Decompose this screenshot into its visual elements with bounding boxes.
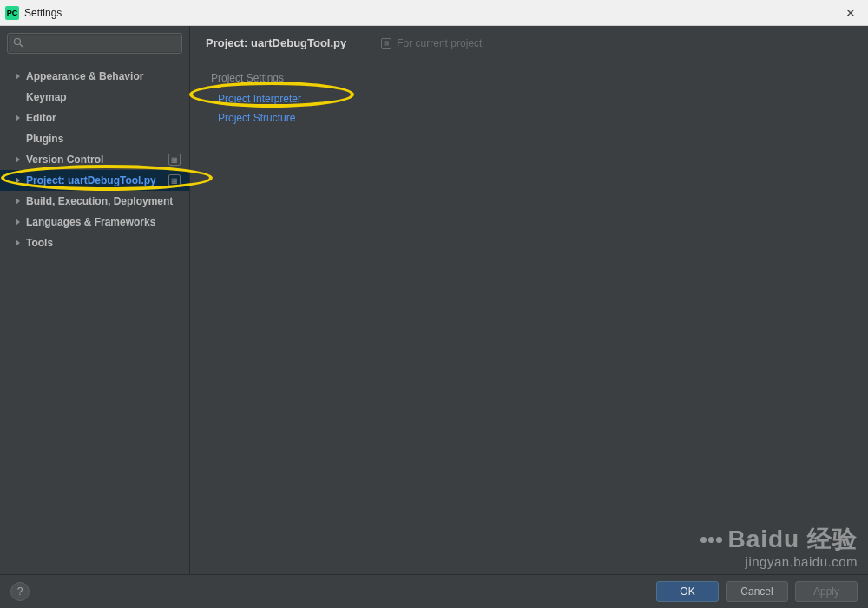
window-title: Settings xyxy=(24,7,62,19)
project-settings-heading: Project Settings xyxy=(211,72,852,84)
chevron-right-icon xyxy=(16,198,20,205)
paw-icon xyxy=(700,537,722,543)
sidebar-item-build-execution-deployment[interactable]: Build, Execution, Deployment xyxy=(0,191,189,212)
svg-point-0 xyxy=(15,38,21,44)
search-icon xyxy=(13,37,23,50)
sidebar-item-plugins[interactable]: Plugins xyxy=(0,128,189,149)
sidebar-item-version-control[interactable]: Version Control ▦ xyxy=(0,149,189,170)
sidebar-item-tools[interactable]: Tools xyxy=(0,232,189,253)
sidebar-item-label: Project: uartDebugTool.py xyxy=(26,174,165,186)
link-project-structure[interactable]: Project Structure xyxy=(218,112,852,124)
sidebar-item-label: Version Control xyxy=(26,154,165,166)
watermark-line1: Baidu 经验 xyxy=(727,523,858,556)
sidebar-item-editor[interactable]: Editor xyxy=(0,108,189,128)
watermark-line2: jingyan.baidu.com xyxy=(700,554,858,569)
sidebar-item-project[interactable]: Project: uartDebugTool.py ▦ xyxy=(0,170,189,191)
chevron-right-icon xyxy=(16,177,20,184)
sidebar-item-label: Keymap xyxy=(26,91,181,103)
svg-line-1 xyxy=(20,44,23,47)
sidebar-item-label: Editor xyxy=(26,112,181,124)
window-titlebar: PC Settings ✕ xyxy=(0,0,868,26)
project-badge-icon: ▦ xyxy=(168,154,181,166)
watermark: Baidu 经验 jingyan.baidu.com xyxy=(700,523,858,569)
ok-button[interactable]: OK xyxy=(656,581,719,602)
sidebar-item-languages-frameworks[interactable]: Languages & Frameworks xyxy=(0,212,189,232)
dialog-footer: ? OK Cancel Apply xyxy=(0,574,868,608)
link-project-interpreter[interactable]: Project Interpreter xyxy=(218,93,852,105)
detail-title: Project: uartDebugTool.py xyxy=(206,36,346,49)
settings-body: Appearance & Behavior Keymap Editor Plug… xyxy=(0,26,868,574)
settings-detail-pane: Project: uartDebugTool.py ▦ For current … xyxy=(190,26,868,574)
settings-tree: Appearance & Behavior Keymap Editor Plug… xyxy=(0,61,189,258)
detail-scope-note: ▦ For current project xyxy=(381,37,482,49)
detail-scope-text: For current project xyxy=(397,37,482,49)
settings-sidebar: Appearance & Behavior Keymap Editor Plug… xyxy=(0,26,190,574)
sidebar-item-keymap[interactable]: Keymap xyxy=(0,87,189,108)
cancel-button[interactable]: Cancel xyxy=(726,581,788,602)
apply-button[interactable]: Apply xyxy=(795,581,858,602)
search-input[interactable] xyxy=(27,37,176,49)
sidebar-item-label: Build, Execution, Deployment xyxy=(26,195,181,207)
sidebar-item-appearance-behavior[interactable]: Appearance & Behavior xyxy=(0,66,189,87)
help-button[interactable]: ? xyxy=(10,582,30,601)
chevron-right-icon xyxy=(16,239,20,246)
sidebar-item-label: Appearance & Behavior xyxy=(26,70,181,82)
search-field[interactable] xyxy=(7,33,182,54)
chevron-right-icon xyxy=(16,73,20,80)
chevron-right-icon xyxy=(16,114,20,121)
sidebar-item-label: Languages & Frameworks xyxy=(26,216,181,228)
sidebar-item-label: Tools xyxy=(26,237,181,249)
project-scope-icon: ▦ xyxy=(381,38,391,49)
app-icon: PC xyxy=(5,6,19,20)
chevron-right-icon xyxy=(16,156,20,163)
close-icon[interactable]: ✕ xyxy=(840,4,861,22)
chevron-right-icon xyxy=(16,219,20,226)
sidebar-item-label: Plugins xyxy=(26,133,181,145)
project-badge-icon: ▦ xyxy=(168,174,181,186)
